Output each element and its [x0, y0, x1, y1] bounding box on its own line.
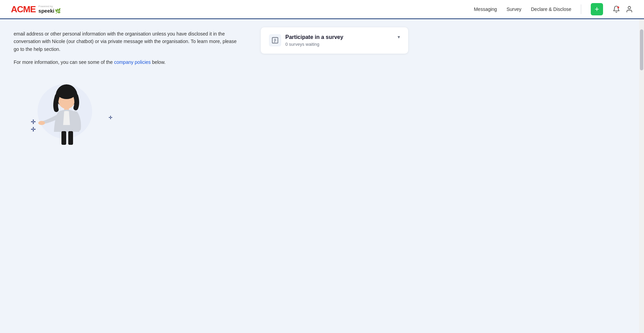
survey-card: Participate in a survey 0 surveys waitin… [261, 27, 408, 54]
svg-rect-7 [61, 131, 66, 145]
nav-declare-disclose[interactable]: Declare & Disclose [531, 6, 571, 12]
app-header: ACME Powered by speeki 🌿 Messaging Surve… [0, 0, 644, 19]
nav-survey[interactable]: Survey [506, 6, 521, 12]
svg-rect-8 [68, 131, 73, 145]
add-button[interactable]: + [591, 3, 603, 15]
survey-title: Participate in a survey [285, 34, 343, 40]
right-column: Participate in a survey 0 surveys waitin… [253, 19, 416, 333]
survey-card-left: Participate in a survey 0 surveys waitin… [269, 34, 343, 47]
speeki-leaf-icon: 🌿 [55, 8, 61, 14]
header-icons [613, 5, 633, 13]
nav-messaging[interactable]: Messaging [474, 6, 497, 12]
decorative-plus-1: ✛✛ [31, 118, 36, 133]
survey-count: 0 surveys waiting [285, 42, 343, 47]
svg-point-6 [38, 121, 45, 125]
svg-point-1 [628, 6, 630, 9]
survey-info: Participate in a survey 0 surveys waitin… [285, 34, 343, 47]
character-illustration: ✛✛ ✛ [27, 77, 116, 145]
survey-icon [269, 34, 281, 46]
powered-by-area: Powered by speeki 🌿 [39, 5, 61, 14]
speeki-text: speeki [39, 8, 55, 14]
logo-area: ACME Powered by speeki 🌿 [11, 4, 61, 15]
speeki-brand: speeki 🌿 [39, 8, 61, 14]
main-nav: Messaging Survey Declare & Disclose + [474, 3, 633, 15]
notification-icon[interactable] [613, 5, 620, 13]
scrollbar-thumb[interactable] [640, 29, 643, 70]
intro-text-3: below. [152, 59, 166, 65]
svg-point-0 [617, 6, 619, 9]
company-policies-link[interactable]: company policies [114, 59, 151, 65]
user-icon[interactable] [626, 5, 633, 13]
left-column: email address or other personal informat… [0, 19, 253, 333]
intro-paragraph-2: For more information, you can see some o… [14, 58, 239, 66]
acme-logo: ACME [11, 4, 36, 15]
decorative-plus-2: ✛ [109, 115, 113, 120]
svg-point-4 [57, 85, 76, 99]
character-svg [34, 77, 102, 149]
scrollbar-track [639, 19, 644, 333]
content-wrapper: email address or other personal informat… [0, 19, 644, 333]
nav-divider [581, 4, 581, 14]
powered-by-label: Powered by [39, 5, 61, 8]
intro-text-2: For more information, you can see some o… [14, 59, 113, 65]
survey-chevron-icon[interactable]: ▾ [398, 34, 400, 40]
intro-paragraph-1: email address or other personal informat… [14, 30, 239, 53]
